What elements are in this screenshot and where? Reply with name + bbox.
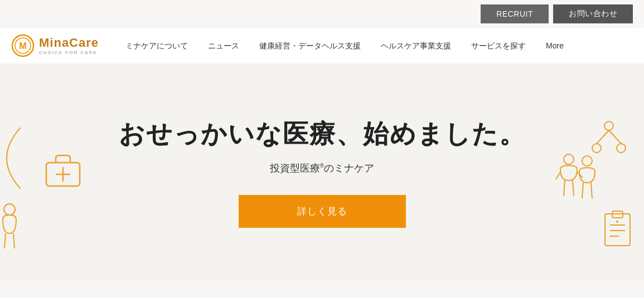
svg-point-9 <box>604 121 613 130</box>
deco-network-icon <box>591 119 627 158</box>
svg-point-19 <box>582 156 592 166</box>
svg-rect-22 <box>605 214 630 246</box>
svg-line-16 <box>573 180 574 196</box>
deco-person-left <box>0 203 20 252</box>
svg-point-6 <box>4 204 15 215</box>
hero-section: おせっかいな医療、始めました。 投資型医療®のミナケア 詳しく見る <box>0 63 644 281</box>
svg-line-7 <box>4 233 6 248</box>
deco-medical-bag <box>43 153 83 191</box>
hero-content: おせっかいな医療、始めました。 投資型医療®のミナケア 詳しく見る <box>119 117 526 228</box>
nav-item-about[interactable]: ミナケアについて <box>115 28 198 63</box>
svg-point-11 <box>617 144 626 153</box>
nav-item-more[interactable]: More <box>536 28 574 63</box>
svg-line-12 <box>597 130 609 144</box>
nav-item-health[interactable]: 健康経営・データヘルス支援 <box>249 28 371 63</box>
svg-point-14 <box>564 154 574 164</box>
nav-item-healthcare[interactable]: ヘルスケア事業支援 <box>371 28 461 63</box>
svg-line-20 <box>582 183 583 198</box>
hero-title: おせっかいな医療、始めました。 <box>119 117 526 152</box>
hero-cta-button[interactable]: 詳しく見る <box>239 195 406 228</box>
nav-item-services[interactable]: サービスを探す <box>461 28 536 63</box>
recruit-button[interactable]: RECRUIT <box>481 4 549 23</box>
logo-text: MinaCare <box>39 36 99 50</box>
svg-line-17 <box>556 172 560 179</box>
svg-point-10 <box>592 144 601 153</box>
deco-circle-left <box>0 125 21 194</box>
top-bar: RECRUIT お問い合わせ <box>0 0 644 28</box>
contact-button[interactable]: お問い合わせ <box>553 4 633 23</box>
deco-people-right <box>555 153 599 205</box>
logo-link[interactable]: M MinaCare CHOICE FOR CARE <box>11 34 99 57</box>
nav-item-news[interactable]: ニュース <box>198 28 249 63</box>
svg-line-21 <box>591 183 592 198</box>
svg-line-8 <box>13 233 14 248</box>
svg-line-15 <box>564 180 565 196</box>
svg-line-13 <box>609 130 621 144</box>
navbar: M MinaCare CHOICE FOR CARE ミナケアについて ニュース… <box>0 28 644 63</box>
logo-icon: M <box>11 34 35 57</box>
hero-subtitle: 投資型医療®のミナケア <box>119 162 526 175</box>
logo-sub: CHOICE FOR CARE <box>39 50 99 55</box>
svg-text:M: M <box>19 41 26 51</box>
deco-clipboard-icon <box>602 208 633 250</box>
nav-links: ミナケアについて ニュース 健康経営・データヘルス支援 ヘルスケア事業支援 サー… <box>115 28 633 63</box>
